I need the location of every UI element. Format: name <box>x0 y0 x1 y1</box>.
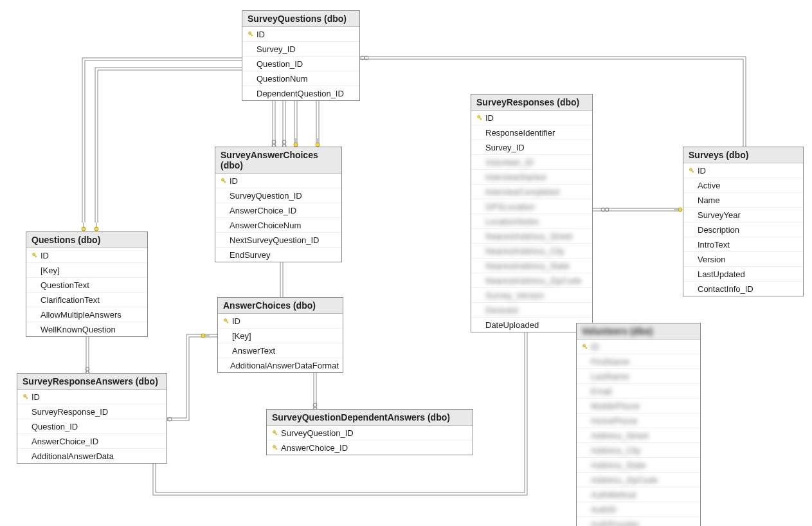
table-column: SurveyQuestion_ID <box>267 426 473 440</box>
table-surveyquestiondependentanswers[interactable]: SurveyQuestionDependentAnswers (dbo)Surv… <box>266 409 473 455</box>
table-column: ID <box>683 163 803 178</box>
table-column: Survey_Version <box>471 288 592 303</box>
table-column: [Key] <box>218 329 343 343</box>
table-column: SurveyQuestion_ID <box>215 188 341 203</box>
table-surveyresponseanswers[interactable]: SurveyResponseAnswers (dbo)IDSurveyRespo… <box>17 373 167 464</box>
column-name: LastUpdated <box>698 269 745 279</box>
column-name: [Key] <box>232 331 251 341</box>
table-title: SurveyQuestions (dbo) <box>242 11 359 27</box>
table-column: ID <box>26 248 147 263</box>
primary-key-icon <box>221 317 232 325</box>
table-column: Email <box>577 384 700 399</box>
column-name: SurveyQuestion_ID <box>230 191 302 201</box>
column-name: ID <box>41 251 49 260</box>
table-answerchoices[interactable]: AnswerChoices (dbo)ID[Key]AnswerTextAddi… <box>217 297 343 373</box>
table-column: LastName <box>577 369 700 384</box>
column-name: Volunteer_ID <box>485 158 534 167</box>
table-column: Question_ID <box>17 419 167 434</box>
column-name: Version <box>698 255 725 264</box>
table-column: Address_State <box>577 458 700 473</box>
table-column: ContactInfo_ID <box>683 282 803 296</box>
column-name: AuthID <box>591 505 617 514</box>
table-column: Version <box>683 252 803 267</box>
column-name: AuthMethod <box>591 490 636 500</box>
column-name: Address_City <box>591 446 640 455</box>
table-column: DeviceId <box>471 303 592 318</box>
table-column: Name <box>683 193 803 208</box>
table-surveyquestions[interactable]: SurveyQuestions (dbo)IDSurvey_IDQuestion… <box>242 10 360 101</box>
table-questions[interactable]: Questions (dbo)ID[Key]QuestionTextClarif… <box>26 231 148 337</box>
column-name: Description <box>698 225 739 235</box>
table-column: NearestAddress_State <box>471 258 592 273</box>
column-name: Question_ID <box>257 59 303 69</box>
column-name: QuestionNum <box>257 74 307 84</box>
column-name: AllowMultipleAnswers <box>41 310 122 320</box>
table-column: Survey_ID <box>471 140 592 155</box>
table-column: Volunteer_ID <box>471 155 592 170</box>
table-column: NearestAddress_Street <box>471 229 592 244</box>
primary-key-icon <box>218 177 230 185</box>
table-column: AuthProvider <box>577 517 700 526</box>
table-column: ID <box>215 174 341 188</box>
column-name: AuthProvider <box>591 520 639 527</box>
table-column: NearestAddress_City <box>471 244 592 258</box>
primary-key-icon <box>29 251 41 259</box>
column-name: LastName <box>591 372 629 381</box>
column-name: WellKnownQuestion <box>41 325 116 334</box>
column-name: ID <box>257 30 265 39</box>
table-surveys[interactable]: Surveys (dbo)IDActiveNameSurveyYearDescr… <box>683 147 804 296</box>
table-title: SurveyQuestionDependentAnswers (dbo) <box>267 410 473 426</box>
table-column: LastUpdated <box>683 267 803 282</box>
table-column: ID <box>471 111 592 125</box>
column-name: Survey_Version <box>485 291 544 300</box>
column-name: MobilePhone <box>591 401 640 411</box>
table-column: InterviewCompleted <box>471 185 592 199</box>
column-name: AnswerText <box>232 346 275 356</box>
table-column: Active <box>683 178 803 193</box>
column-name: NextSurveyQuestion_ID <box>230 235 319 245</box>
column-name: ID <box>698 166 706 176</box>
primary-key-icon <box>20 393 32 401</box>
table-title: AnswerChoices (dbo) <box>218 298 343 314</box>
column-name: LocationNotes <box>485 217 539 226</box>
column-name: Survey_ID <box>485 143 525 152</box>
table-column: LocationNotes <box>471 214 592 229</box>
primary-key-icon <box>269 444 281 451</box>
table-column: MobilePhone <box>577 399 700 413</box>
column-name: ID <box>230 176 238 186</box>
table-column: [Key] <box>26 263 147 278</box>
table-surveyanswerchoices[interactable]: SurveyAnswerChoices (dbo)IDSurveyQuestio… <box>215 147 342 262</box>
column-name: InterviewStarted <box>485 172 546 182</box>
table-title: SurveyResponses (dbo) <box>471 95 592 111</box>
table-column: ResponseIdentifier <box>471 125 592 140</box>
column-name: IntroText <box>698 240 730 249</box>
column-name: SurveyQuestion_ID <box>281 428 354 438</box>
column-name: ID <box>591 342 599 352</box>
primary-key-icon <box>686 167 698 174</box>
table-volunteers[interactable]: Volunteers (dbo)IDFirstNameLastNameEmail… <box>576 323 701 526</box>
column-name: Name <box>698 195 720 205</box>
table-title: Volunteers (dbo) <box>577 323 700 340</box>
table-column: IntroText <box>683 237 803 252</box>
column-name: NearestAddress_ZipCode <box>485 276 582 286</box>
table-column: NextSurveyQuestion_ID <box>215 233 341 248</box>
table-column: Address_ZipCode <box>577 473 700 487</box>
column-name: [Key] <box>41 266 60 275</box>
column-name: DateUploaded <box>485 320 539 330</box>
column-name: InterviewCompleted <box>485 187 559 197</box>
table-surveyresponses[interactable]: SurveyResponses (dbo)IDResponseIdentifie… <box>471 94 593 332</box>
column-name: HomePhone <box>591 416 637 426</box>
column-name: QuestionText <box>41 280 89 290</box>
table-column: NearestAddress_ZipCode <box>471 273 592 288</box>
table-column: QuestionText <box>26 278 147 293</box>
column-name: FirstName <box>591 357 629 367</box>
table-column: Survey_ID <box>242 42 359 57</box>
table-column: AnswerChoice_ID <box>17 434 167 449</box>
column-name: Address_Street <box>591 431 649 440</box>
table-column: SurveyYear <box>683 208 803 222</box>
column-name: ID <box>485 113 494 123</box>
column-name: Survey_ID <box>257 44 296 54</box>
table-column: GPSLocation <box>471 199 592 214</box>
column-name: NearestAddress_City <box>485 246 564 256</box>
table-column: AuthMethod <box>577 487 700 502</box>
